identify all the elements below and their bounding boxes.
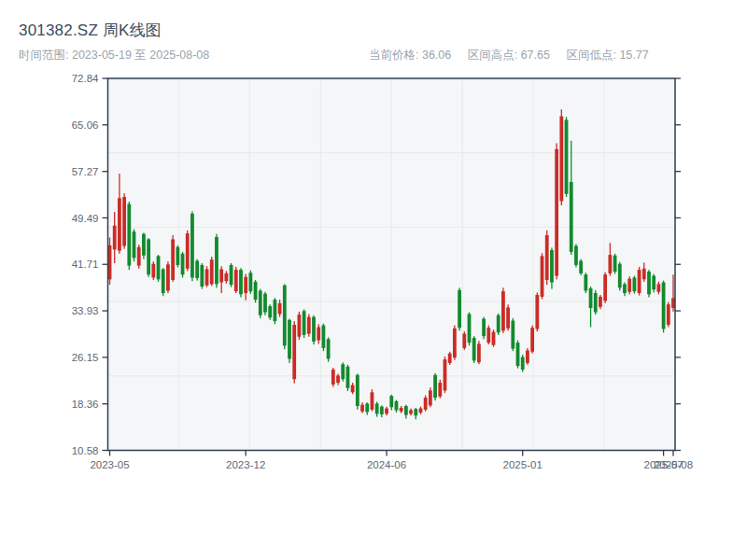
candle [322, 324, 326, 351]
candle [190, 211, 194, 281]
x-tick-label: 2023-05 [90, 459, 129, 470]
candle [506, 304, 510, 330]
candle [162, 268, 165, 296]
y-tick-label: 65.06 [72, 119, 99, 131]
candle [555, 143, 558, 279]
y-tick-label: 18.36 [72, 399, 99, 410]
candle [312, 315, 316, 344]
candle [627, 276, 631, 294]
candle [263, 292, 267, 315]
y-axis-labels: 72.8465.0657.2749.4941.7133.9326.1518.36… [72, 73, 99, 456]
candle [492, 329, 496, 347]
y-tick-label: 10.58 [72, 445, 99, 456]
kline-page: 301382.SZ 周K线图 时间范围: 2023-05-19 至 2025-0… [0, 0, 747, 560]
candle [147, 238, 150, 277]
candle [176, 245, 179, 268]
candle [239, 268, 243, 297]
x-tick-label: 2023-12 [226, 459, 265, 470]
candle [579, 259, 583, 275]
candle [234, 267, 238, 293]
candle [346, 365, 350, 391]
candle [444, 357, 447, 393]
candle [541, 253, 544, 299]
y-tick-label: 33.93 [72, 305, 99, 316]
candle [647, 270, 651, 297]
candle [545, 231, 549, 285]
candle [448, 352, 452, 365]
y-tick-label: 72.84 [72, 73, 99, 84]
kline-chart-canvas: 72.8465.0657.2749.4941.7133.9326.1518.36… [0, 0, 747, 560]
candle [638, 267, 641, 296]
candle [565, 117, 569, 197]
candle [205, 266, 209, 287]
candle [458, 287, 461, 330]
candle [133, 230, 136, 262]
candle [157, 255, 161, 282]
candle [667, 302, 670, 328]
candle [230, 263, 233, 287]
candle [248, 271, 252, 294]
candle [486, 326, 490, 344]
candle [307, 314, 311, 336]
y-tick-label: 41.71 [72, 259, 99, 270]
candle [662, 281, 666, 333]
candle [303, 309, 306, 338]
candle [482, 317, 486, 340]
candle [356, 373, 359, 409]
candle [521, 355, 525, 372]
candle [516, 341, 520, 369]
candle [472, 336, 476, 363]
candle [283, 284, 287, 349]
x-tick-label: 2024-06 [367, 459, 406, 470]
candle [181, 252, 185, 278]
x-axis-labels: 2023-052023-122024-062025-012025-072025-… [90, 459, 693, 470]
candle [530, 326, 534, 354]
candle [166, 261, 170, 293]
candle [341, 362, 345, 381]
candle [171, 235, 175, 282]
candle [468, 313, 472, 346]
candle [453, 326, 457, 360]
y-tick-label: 57.27 [72, 166, 99, 177]
candle [210, 257, 214, 286]
candle [327, 337, 331, 361]
candle [424, 395, 428, 411]
y-tick-label: 26.15 [72, 352, 99, 363]
candle [594, 290, 598, 315]
candle [501, 287, 505, 333]
candle [559, 109, 563, 205]
candle [137, 245, 141, 269]
candle [574, 245, 578, 268]
candle [526, 348, 529, 365]
candle [535, 292, 539, 331]
candle [186, 231, 190, 272]
candle [298, 312, 302, 340]
x-tick-label: 2025-01 [503, 459, 543, 470]
candle [254, 280, 258, 302]
candle [288, 319, 291, 363]
candle [433, 373, 437, 400]
x-tick-label: 2025-08 [654, 459, 693, 470]
candle [632, 275, 636, 293]
candle [122, 193, 126, 249]
candle [195, 259, 199, 281]
candle [477, 341, 481, 364]
candle [292, 321, 296, 384]
candle [497, 314, 500, 335]
candle [462, 331, 466, 350]
candle [331, 368, 335, 386]
candle [371, 389, 374, 412]
candle [200, 263, 204, 289]
candle [618, 262, 622, 291]
candle [603, 273, 607, 303]
candle [142, 232, 146, 259]
candle [511, 318, 514, 351]
candle [259, 289, 262, 318]
y-tick-label: 49.49 [72, 213, 99, 224]
candle [584, 273, 587, 293]
candle [151, 261, 155, 280]
candle [273, 298, 276, 324]
candle [613, 254, 617, 274]
candle [215, 234, 218, 288]
candle [127, 202, 131, 270]
